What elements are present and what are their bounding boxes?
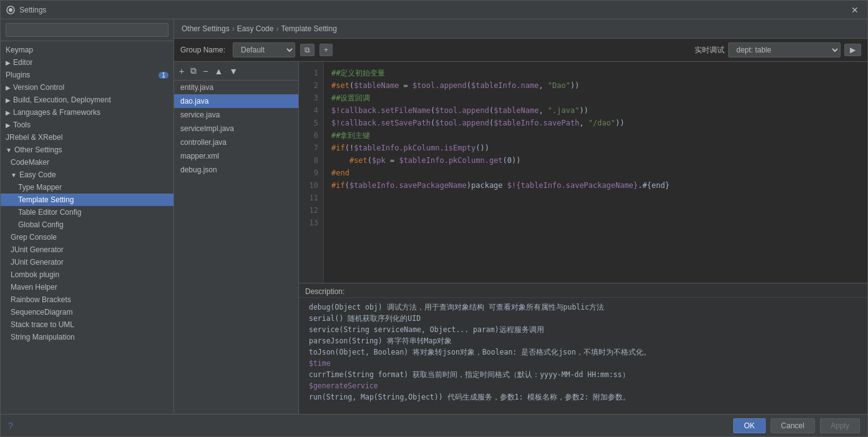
- sidebar-item-template-setting[interactable]: Template Setting: [1, 194, 173, 206]
- sidebar-item-other-settings[interactable]: ▼Other Settings: [1, 144, 173, 156]
- sidebar-item-string-manip[interactable]: String Manipulation: [1, 331, 173, 343]
- copy-group-button[interactable]: ⧉: [300, 44, 315, 56]
- template-item-controller[interactable]: controller.java: [174, 135, 298, 149]
- template-item-mapper[interactable]: mapper.xml: [174, 149, 298, 163]
- sidebar-item-plugins[interactable]: Plugins1: [1, 69, 173, 81]
- realtime-select[interactable]: dept: table: [728, 42, 841, 57]
- line-number: 8: [304, 154, 318, 167]
- line-number: 3: [304, 92, 318, 104]
- arrow-icon: ▶: [6, 59, 11, 66]
- arrow-icon: ▼: [11, 172, 17, 179]
- code-content: 12345678910111213 ##定义初始变量#set($tableNam…: [299, 62, 867, 283]
- breadcrumb-template-setting: Template Setting: [281, 24, 336, 33]
- line-number: 5: [304, 117, 318, 129]
- realtime-area: 实时调试 dept: table ▶: [695, 42, 861, 57]
- cancel-button[interactable]: Cancel: [771, 418, 815, 433]
- sidebar-item-version-control[interactable]: ▶Version Control: [1, 81, 173, 94]
- sidebar-item-label: Global Config: [18, 220, 64, 229]
- sidebar-item-languages[interactable]: ▶Languages & Frameworks: [1, 106, 173, 119]
- line-number: 10: [304, 179, 318, 192]
- arrow-icon: ▶: [6, 84, 11, 91]
- remove-template-button[interactable]: −: [200, 64, 210, 77]
- breadcrumb-easy-code: Easy Code: [237, 24, 274, 33]
- line-number: 6: [304, 129, 318, 142]
- title-bar: Settings ✕: [1, 1, 867, 19]
- ok-button[interactable]: OK: [733, 418, 765, 433]
- code-line: #if(!$tableInfo.pkColumn.isEmpty()): [324, 142, 867, 154]
- description-line: debug(Object obj) 调试方法，用于查询对象结构 可查看对象所有属…: [309, 302, 857, 313]
- sidebar-item-label: Easy Code: [19, 170, 56, 179]
- description-line: toJson(Object, Boolean) 将对象转json对象，Boole…: [309, 346, 857, 358]
- line-number: 1: [304, 67, 318, 79]
- sidebar-item-label: Editor: [13, 58, 32, 67]
- sidebar-item-codemaker[interactable]: CodeMaker: [1, 156, 173, 169]
- svg-point-0: [9, 8, 12, 12]
- line-number: 2: [304, 79, 318, 92]
- sidebar-item-label: CodeMaker: [11, 158, 49, 167]
- sidebar-item-build[interactable]: ▶Build, Execution, Deployment: [1, 94, 173, 106]
- sidebar-item-label: Rainbow Brackets: [11, 295, 71, 304]
- sidebar-item-type-mapper[interactable]: Type Mapper: [1, 181, 173, 194]
- sidebar-item-label: Type Mapper: [18, 183, 62, 192]
- sidebar-item-table-editor[interactable]: Table Editor Config: [1, 206, 173, 219]
- template-item-dao[interactable]: dao.java: [174, 94, 298, 108]
- group-name-select[interactable]: Default: [233, 42, 295, 57]
- sidebar-item-stack-trace[interactable]: Stack trace to UML: [1, 318, 173, 331]
- code-lines[interactable]: ##定义初始变量#set($tableName = $tool.append($…: [324, 62, 867, 283]
- description-line: parseJson(String) 将字符串转Map对象: [309, 335, 857, 346]
- description-panel: Description: debug(Object obj) 调试方法，用于查询…: [299, 283, 867, 414]
- add-group-button[interactable]: +: [319, 44, 333, 56]
- template-item-debug[interactable]: debug.json: [174, 163, 298, 177]
- toolbar-row: Group Name: Default ⧉ + 实时调试 dept: table…: [174, 39, 867, 62]
- move-up-button[interactable]: ▲: [212, 64, 225, 77]
- line-number: 4: [304, 104, 318, 117]
- sidebar-item-global-config[interactable]: Global Config: [1, 219, 173, 231]
- sidebar-item-tools[interactable]: ▶Tools: [1, 119, 173, 131]
- settings-window: Settings ✕ Keymap▶EditorPlugins1▶Version…: [0, 0, 868, 437]
- help-button[interactable]: ?: [8, 421, 13, 431]
- sidebar-item-label: Version Control: [13, 83, 64, 92]
- sidebar-item-editor[interactable]: ▶Editor: [1, 56, 173, 69]
- template-list: + ⧉ − ▲ ▼ entity.javadao.javaservice.jav…: [174, 62, 299, 414]
- sidebar-item-maven-helper[interactable]: Maven Helper: [1, 281, 173, 293]
- copy-template-button[interactable]: ⧉: [188, 64, 199, 77]
- template-item-entity[interactable]: entity.java: [174, 81, 298, 94]
- description-line: $generateService: [309, 380, 857, 391]
- sidebar-item-grep-console[interactable]: Grep Console: [1, 231, 173, 243]
- code-line: #set($pk = $tableInfo.pkColumn.get(0)): [324, 154, 867, 167]
- search-input[interactable]: [6, 23, 168, 37]
- sidebar-item-label: Other Settings: [14, 145, 62, 154]
- sidebar-item-label: Grep Console: [11, 233, 57, 242]
- group-name-label: Group Name:: [180, 46, 225, 54]
- template-item-service[interactable]: service.java: [174, 108, 298, 122]
- sidebar-item-label: JUnit Generator: [11, 258, 64, 267]
- sidebar-item-lombok[interactable]: Lombok plugin: [1, 268, 173, 281]
- move-down-button[interactable]: ▼: [227, 64, 240, 77]
- editor-area: + ⧉ − ▲ ▼ entity.javadao.javaservice.jav…: [174, 62, 867, 414]
- badge: 1: [158, 72, 168, 79]
- sidebar-item-sequence[interactable]: SequenceDiagram: [1, 306, 173, 318]
- sidebar-item-label: JUnit Generator: [11, 245, 64, 254]
- template-item-serviceimpl[interactable]: serviceImpl.java: [174, 122, 298, 135]
- description-line: currTime(String format) 获取当前时间，指定时间格式（默认…: [309, 369, 857, 380]
- sidebar-item-junit-generator[interactable]: JUnit Generator: [1, 243, 173, 256]
- code-line: ##拿到主键: [324, 129, 867, 142]
- code-line: #set($tableName = $tool.append($tableInf…: [324, 79, 867, 92]
- sidebar-item-keymap[interactable]: Keymap: [1, 44, 173, 56]
- template-list-toolbar: + ⧉ − ▲ ▼: [174, 62, 298, 81]
- add-template-button[interactable]: +: [177, 64, 187, 77]
- sidebar-item-easy-code[interactable]: ▼Easy Code: [1, 169, 173, 181]
- realtime-label: 实时调试: [695, 45, 724, 56]
- sidebar-item-jrebel[interactable]: JRebel & XRebel: [1, 131, 173, 144]
- sidebar-item-junit-generator2[interactable]: JUnit Generator: [1, 256, 173, 268]
- sidebar-item-rainbow[interactable]: Rainbow Brackets: [1, 293, 173, 306]
- apply-button[interactable]: Apply: [820, 418, 860, 433]
- close-button[interactable]: ✕: [847, 4, 862, 16]
- code-line: #if($tableInfo.savePackageName)package $…: [324, 179, 867, 192]
- sidebar-item-label: Lombok plugin: [11, 270, 59, 279]
- sidebar-item-label: Keymap: [6, 46, 33, 54]
- line-number: 7: [304, 142, 318, 154]
- description-line: serial() 随机获取序列化的UID: [309, 313, 857, 324]
- realtime-run-button[interactable]: ▶: [844, 44, 861, 56]
- description-line: service(String serviceName, Object... pa…: [309, 324, 857, 335]
